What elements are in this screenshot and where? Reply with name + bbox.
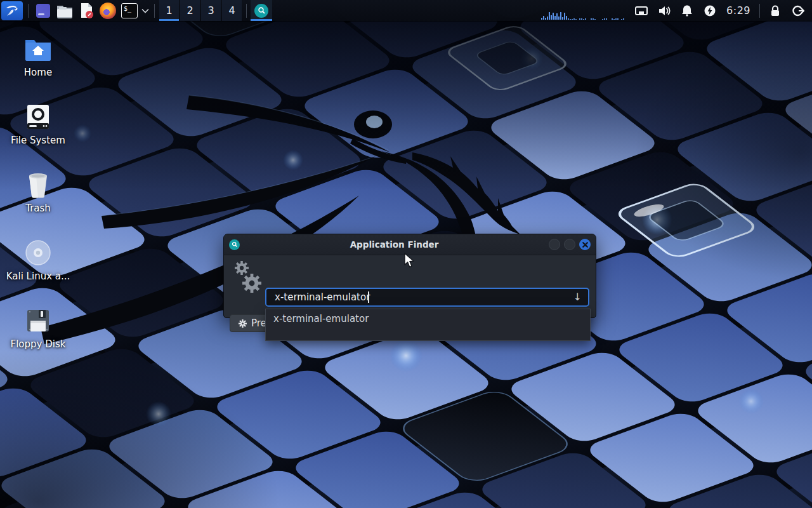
trash-icon — [25, 169, 51, 201]
lock-screen-button[interactable] — [764, 0, 787, 21]
completion-item[interactable]: x-terminal-emulator — [266, 309, 590, 328]
desktop-icon-floppy[interactable]: Floppy Disk — [6, 305, 70, 361]
text-caret — [368, 291, 369, 303]
workspace-3-button[interactable]: 3 — [201, 0, 221, 21]
power-manager-tray-button[interactable] — [698, 0, 721, 21]
volume-icon — [657, 5, 671, 17]
panel-clock[interactable]: 6:29 — [721, 4, 756, 17]
minimize-button[interactable] — [549, 239, 560, 250]
search-entry[interactable]: ↓ — [265, 288, 589, 307]
close-button[interactable] — [579, 239, 591, 250]
panel-separator — [759, 4, 760, 18]
hard-drive-icon — [26, 101, 50, 133]
terminal-icon-glyph: $_ — [124, 5, 131, 12]
mouse-cursor — [403, 253, 416, 269]
actions-gears-icon — [232, 259, 263, 295]
text-editor-icon — [78, 3, 95, 19]
home-folder-icon — [23, 33, 53, 65]
firefox-icon — [100, 3, 116, 19]
logout-icon — [792, 4, 804, 17]
cdrom-disc-icon — [24, 237, 52, 269]
appfinder-taskbar-button[interactable] — [251, 0, 272, 21]
network-tray-button[interactable] — [630, 0, 653, 21]
kali-menu-button[interactable] — [1, 1, 23, 20]
entry-dropdown-arrow-icon[interactable]: ↓ — [573, 291, 582, 303]
close-icon — [582, 242, 588, 248]
panel-separator — [28, 4, 29, 18]
terminal-launcher-dropdown[interactable] — [140, 0, 150, 21]
panel-separator — [246, 4, 247, 18]
maximize-button[interactable] — [564, 239, 575, 250]
window-title: Application Finder — [240, 239, 549, 250]
notifications-tray-button[interactable] — [676, 0, 698, 21]
application-finder-window: Application Finder — [223, 234, 596, 318]
dashboard-launcher-button[interactable] — [32, 0, 54, 21]
file-manager-icon — [56, 3, 74, 18]
panel-separator — [154, 4, 155, 18]
text-editor-launcher-button[interactable] — [75, 0, 97, 21]
workspace-2-button[interactable]: 2 — [180, 0, 200, 21]
desktop: $_ 1 2 3 4 — [0, 0, 812, 508]
floppy-disk-icon — [25, 305, 51, 337]
cpu-graph[interactable] — [541, 0, 626, 21]
gear-icon — [238, 319, 247, 328]
dashboard-window-icon — [35, 3, 51, 19]
workspace-4-button[interactable]: 4 — [222, 0, 242, 21]
desktop-icon-home[interactable]: Home — [6, 33, 70, 89]
firefox-launcher-button[interactable] — [97, 0, 119, 21]
top-panel: $_ 1 2 3 4 — [0, 0, 812, 21]
desktop-icon-trash[interactable]: Trash — [6, 169, 70, 225]
completion-dropdown: x-terminal-emulator — [265, 309, 591, 341]
notifications-bell-icon — [681, 4, 693, 17]
kali-logo-icon — [4, 3, 20, 18]
network-icon — [634, 5, 648, 17]
chevron-down-icon — [141, 8, 149, 13]
appfinder-magnifier-icon — [229, 239, 240, 250]
lock-icon — [769, 4, 781, 17]
search-input[interactable] — [266, 289, 588, 305]
volume-tray-button[interactable] — [653, 0, 676, 21]
desktop-icon-column: Home File System — [6, 33, 70, 373]
file-manager-launcher-button[interactable] — [54, 0, 75, 21]
power-manager-icon — [704, 4, 716, 17]
desktop-icon-file-system[interactable]: File System — [6, 101, 70, 157]
desktop-icon-kali-cdrom[interactable]: Kali Linux a... — [6, 237, 70, 293]
terminal-icon: $_ — [121, 3, 138, 18]
appfinder-magnifier-icon — [254, 4, 268, 18]
terminal-launcher-button[interactable]: $_ — [119, 0, 140, 21]
logout-button[interactable] — [787, 0, 809, 21]
workspace-1-button[interactable]: 1 — [159, 0, 179, 21]
